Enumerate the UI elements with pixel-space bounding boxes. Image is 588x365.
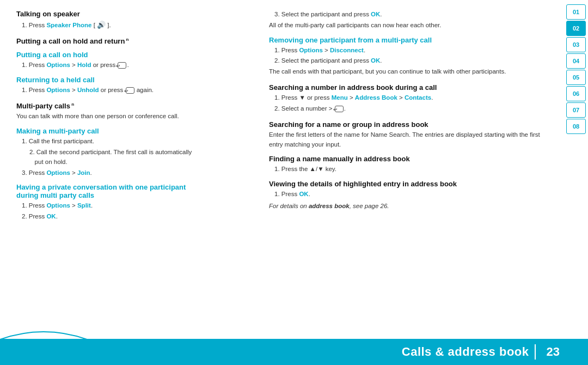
returning-held-call-subheading: Returning to a held call — [16, 76, 256, 84]
talking-on-speaker-heading: Talking on speaker — [16, 10, 256, 18]
speaker-icon: 🔊 — [97, 21, 106, 29]
finding-name-heading: Finding a name manually in address book — [269, 155, 547, 163]
multiparty-calls-body: You can talk with more than one person o… — [16, 112, 256, 121]
contacts-link[interactable]: Contacts — [405, 94, 431, 101]
private-conv-step2: 2. Press OK. — [22, 212, 256, 222]
removing-participant-heading: Removing one participant from a multi-pa… — [269, 36, 547, 44]
bottom-bar-divider — [535, 344, 536, 360]
speaker-phone-link[interactable]: Speaker Phone — [46, 22, 91, 28]
private-conv-subheading: Having a private conversation with one p… — [16, 183, 256, 199]
end-call-button-icon: ↩ — [118, 62, 126, 69]
hold-link[interactable]: Hold — [77, 62, 91, 68]
hold-return-heading: Putting a call on hold and return n — [16, 37, 256, 45]
join-link[interactable]: Join — [77, 169, 90, 176]
disconnect-link[interactable]: Disconnect — [330, 47, 364, 53]
ok-link-removing[interactable]: OK — [371, 57, 380, 64]
split-link[interactable]: Split — [77, 202, 91, 209]
address-book-footer-note: For details on address book, see page 26… — [269, 202, 547, 211]
bottom-curve-decoration — [0, 324, 87, 340]
viewing-details-heading: Viewing the details of highlighted entry… — [269, 180, 547, 188]
private-conv-step1: 1. Press Options > Split. — [22, 201, 256, 211]
making-multiparty-step3: 3. Press Options > Join. — [22, 168, 256, 178]
removing-step1: 1. Press Options > Disconnect. — [274, 46, 547, 56]
ok-link-private[interactable]: OK — [46, 213, 56, 220]
options-link-split[interactable]: Options — [46, 202, 70, 209]
putting-call-on-hold-subheading: Putting a call on hold — [16, 51, 256, 59]
making-multiparty-step2: 2. Call the second participant. The firs… — [16, 148, 256, 167]
page-container: 01 02 03 04 05 06 07 08 Talking on speak… — [0, 0, 588, 365]
bottom-bar-title: Calls & address book — [402, 345, 529, 359]
viewing-details-step1: 1. Press OK. — [274, 190, 547, 199]
right-multiparty-body: All of the multi-party call participants… — [269, 21, 547, 31]
ok-link-right3[interactable]: OK — [371, 11, 380, 17]
multiparty-calls-heading: Multi-party calls n — [16, 102, 256, 110]
main-content: Talking on speaker 1. Press Speaker Phon… — [0, 0, 588, 365]
removing-body: The call ends with that participant, but… — [269, 67, 547, 77]
searching-name-body: Enter the first letters of the name for … — [269, 130, 547, 150]
searching-number-step1: 1. Press ▼ or press Menu > Address Book … — [274, 93, 547, 103]
right-column: 3. Select the participant and press OK. … — [269, 10, 547, 332]
searching-number-step2: 2. Select a number > ↩. — [274, 104, 547, 114]
putting-call-on-hold-step1: 1. Press Options > Hold or press ↩. — [22, 60, 256, 70]
right-step3: 3. Select the participant and press OK. — [274, 10, 547, 20]
call-button-icon: ↩ — [335, 106, 344, 112]
options-link-disconnect[interactable]: Options — [299, 47, 322, 53]
making-multiparty-call-subheading: Making a multi-party call — [16, 127, 256, 135]
menu-link[interactable]: Menu — [332, 94, 348, 101]
making-multiparty-step1: 1. Call the first participant. — [22, 137, 256, 147]
bottom-bar-page-number: 23 — [547, 345, 560, 359]
searching-name-heading: Searching for a name or group in address… — [269, 120, 547, 129]
footnote-n-multiparty: n — [70, 102, 74, 107]
end-call-button-icon2: ↩ — [126, 87, 134, 94]
address-book-link[interactable]: Address Book — [355, 94, 397, 101]
options-link-unhold[interactable]: Options — [46, 87, 70, 93]
ok-link-view[interactable]: OK — [299, 191, 308, 197]
options-link-join[interactable]: Options — [46, 169, 70, 176]
talking-on-speaker-step1: 1. Press Speaker Phone [ 🔊 ]. — [22, 20, 256, 31]
footnote-n-hold: n — [125, 37, 128, 42]
finding-name-step1: 1. Press the ▲/▼ key. — [274, 165, 547, 174]
removing-step2: 2. Select the participant and press OK. — [274, 56, 547, 66]
left-column: Talking on speaker 1. Press Speaker Phon… — [16, 10, 256, 332]
returning-held-call-step1: 1. Press Options > Unhold or press ↩ aga… — [22, 86, 256, 95]
options-link-hold[interactable]: Options — [46, 62, 70, 68]
searching-number-heading: Searching a number in address book durin… — [269, 83, 547, 92]
unhold-link[interactable]: Unhold — [77, 87, 99, 93]
address-book-bold: address book — [309, 203, 350, 209]
bottom-bar: Calls & address book 23 — [0, 339, 588, 365]
